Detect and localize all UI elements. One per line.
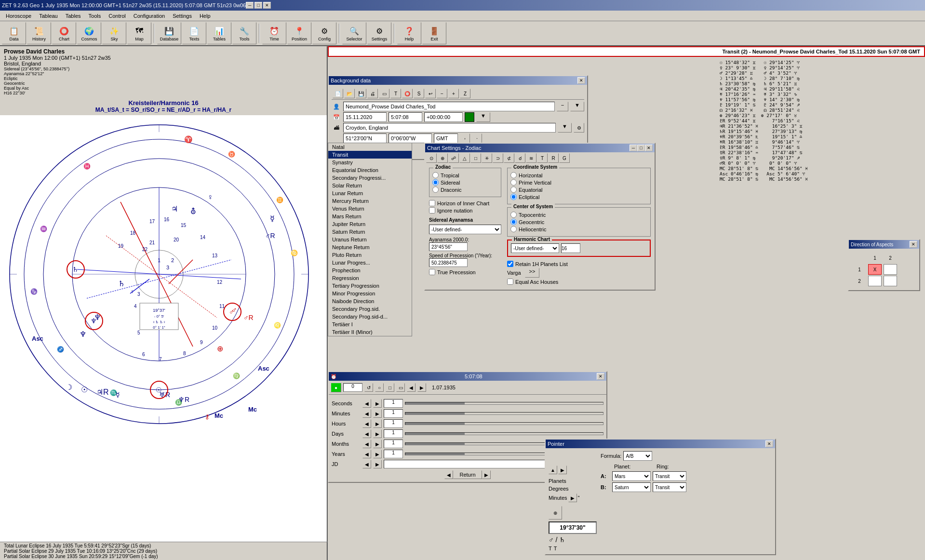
years-up-btn[interactable]: ▶: [373, 450, 382, 458]
bg-s-btn[interactable]: S: [414, 89, 424, 98]
chart-canvas[interactable]: ♈ ♉ ♊ ♋ ♌ ♍ ♎ ♏ ♐ ♑ ♒ ♓ 1 2 3: [0, 115, 328, 542]
natal-item-eq-dir[interactable]: Equatorial Direction: [328, 166, 412, 174]
dir-cell-2-2[interactable]: [884, 276, 897, 286]
years-down-btn[interactable]: ◀: [362, 450, 371, 458]
close-btn[interactable]: ✕: [263, 2, 271, 9]
natal-item-jupiter[interactable]: Jupiter Return: [328, 220, 412, 228]
lon-input[interactable]: [389, 133, 432, 143]
natal-item-naibode[interactable]: Naibode Direction: [328, 297, 412, 305]
menu-tools[interactable]: Tools: [85, 12, 105, 20]
hr-val[interactable]: 1: [384, 419, 403, 428]
cs-btn10[interactable]: ≋: [526, 153, 536, 163]
hr-down-btn[interactable]: ◀: [362, 419, 371, 428]
harmonic-value-input[interactable]: [561, 243, 580, 253]
years-val[interactable]: 1: [384, 450, 403, 458]
ignore-nutation-check[interactable]: [429, 207, 435, 213]
ptr-nav-up[interactable]: ▲: [549, 466, 557, 474]
menu-settings[interactable]: Settings: [169, 12, 196, 20]
chart-settings-min[interactable]: ─: [630, 145, 637, 151]
bg-z-btn[interactable]: Z: [460, 89, 470, 98]
offset-input[interactable]: [424, 112, 463, 122]
hr-up-btn[interactable]: ▶: [373, 419, 382, 428]
toolbar-config[interactable]: ⚙ Config: [312, 22, 336, 44]
days-up-btn[interactable]: ▶: [373, 429, 382, 438]
retain-1h-check[interactable]: [507, 261, 513, 267]
min-up-btn[interactable]: ▶: [373, 409, 382, 418]
zodiac-draconic-radio[interactable]: [432, 187, 439, 193]
menu-horoscope[interactable]: Horoscope: [2, 12, 35, 20]
natal-item-mars[interactable]: Mars Return: [328, 213, 412, 220]
jd-down-btn[interactable]: ◀: [362, 460, 371, 468]
cs-btn9[interactable]: ☌: [515, 153, 525, 163]
natal-item-lunar[interactable]: Lunar Return: [328, 189, 412, 197]
cs-btn13[interactable]: G: [559, 153, 570, 163]
return-btn[interactable]: Return: [453, 470, 482, 479]
person-dropdown-btn[interactable]: ▼: [570, 102, 584, 111]
toolbar-position[interactable]: 📍 Position: [287, 22, 311, 44]
toolbar-database[interactable]: 💾 Database: [157, 22, 181, 44]
varga-btn[interactable]: >>: [525, 268, 540, 278]
natal-item-sec-sid2[interactable]: Secondary Prog.sid-d...: [328, 313, 412, 320]
lat-input[interactable]: [343, 133, 387, 143]
time-right-btn[interactable]: ▶: [417, 383, 426, 392]
horizon-inner-check[interactable]: [429, 200, 435, 206]
bg-print-btn[interactable]: 🖨: [367, 89, 378, 98]
ptr-nav-right[interactable]: ▶: [558, 466, 567, 474]
bg-t-btn[interactable]: T: [390, 89, 401, 98]
jd-up-btn[interactable]: ▶: [373, 460, 382, 468]
coord-ecliptical-radio[interactable]: [510, 194, 517, 200]
toolbar-data[interactable]: 📋 Data: [2, 22, 26, 44]
dir-cell-2-1[interactable]: [868, 276, 882, 286]
dir-cell-1-1[interactable]: X: [868, 264, 882, 275]
time-clock-btn[interactable]: ↺: [364, 383, 373, 392]
location-extra-btn[interactable]: ⚙: [574, 123, 584, 133]
months-up-btn[interactable]: ▶: [373, 440, 382, 448]
ptr-planet-b-select[interactable]: Saturn: [612, 482, 651, 492]
toolbar-history[interactable]: 📜 History: [27, 22, 51, 44]
cs-btn7[interactable]: ⊃: [493, 153, 503, 163]
toolbar-chart[interactable]: ⭕ Chart: [52, 22, 76, 44]
ptr-planet-a-select[interactable]: Mars: [612, 471, 651, 481]
days-slider[interactable]: [405, 432, 603, 435]
time-val-input[interactable]: 0: [343, 383, 362, 392]
time-sq-btn[interactable]: □: [386, 383, 394, 392]
ptr-calc-btn[interactable]: ⊕: [549, 506, 562, 520]
zodiac-sidereal-radio[interactable]: [432, 179, 439, 186]
return-right-btn[interactable]: ▶: [482, 470, 491, 479]
min-down-btn[interactable]: ◀: [362, 409, 371, 418]
menu-configuration[interactable]: Configuration: [130, 12, 169, 20]
bg-save-btn[interactable]: 💾: [356, 89, 366, 98]
ptr-ring-b-select[interactable]: Transit: [653, 482, 686, 492]
minimize-btn[interactable]: ─: [246, 2, 254, 9]
ayanamsa-2000-input[interactable]: [429, 242, 468, 251]
menu-control[interactable]: Control: [105, 12, 129, 20]
location-btn[interactable]: ▼: [558, 123, 572, 133]
chart-settings-close[interactable]: ✕: [645, 145, 653, 151]
natal-item-sec-sid[interactable]: Secondary Prog.sid.: [328, 305, 412, 313]
center-helio-radio[interactable]: [510, 226, 517, 232]
tz-comma-btn[interactable]: ,: [460, 133, 470, 143]
cs-btn3[interactable]: ☍: [448, 153, 459, 163]
center-topo-radio[interactable]: [510, 212, 517, 218]
bg-minus-btn[interactable]: −: [437, 89, 447, 98]
natal-item-venus[interactable]: Venus Return: [328, 205, 412, 213]
natal-item-minor[interactable]: Minor Progression: [328, 290, 412, 297]
time-left-btn[interactable]: ◀: [407, 383, 416, 392]
ptr-min-nav[interactable]: ▶: [568, 493, 577, 502]
natal-item-saturn[interactable]: Saturn Return: [328, 228, 412, 236]
days-val[interactable]: 1: [384, 429, 403, 438]
toolbar-time[interactable]: ⏰ Time: [262, 22, 286, 44]
natal-item-pluto[interactable]: Pluto Return: [328, 251, 412, 259]
menu-tables[interactable]: Tables: [62, 12, 85, 20]
natal-item-tertiaer2[interactable]: Tertiäer II (Minor): [328, 328, 412, 336]
toolbar-tools[interactable]: 🔧 Tools: [232, 22, 256, 44]
bg-plus-btn[interactable]: +: [448, 89, 459, 98]
natal-item-sec-prog[interactable]: Secondary Progressi...: [328, 174, 412, 182]
cs-btn1[interactable]: ⊙: [426, 153, 437, 163]
natal-item-solar[interactable]: Solar Return: [328, 182, 412, 189]
bg-dialog-close[interactable]: ✕: [577, 77, 585, 84]
menu-tableau[interactable]: Tableau: [35, 12, 62, 20]
natal-item-mercury[interactable]: Mercury Return: [328, 197, 412, 205]
tz-input[interactable]: [434, 133, 458, 143]
natal-item-neptune[interactable]: Neptune Return: [328, 243, 412, 251]
